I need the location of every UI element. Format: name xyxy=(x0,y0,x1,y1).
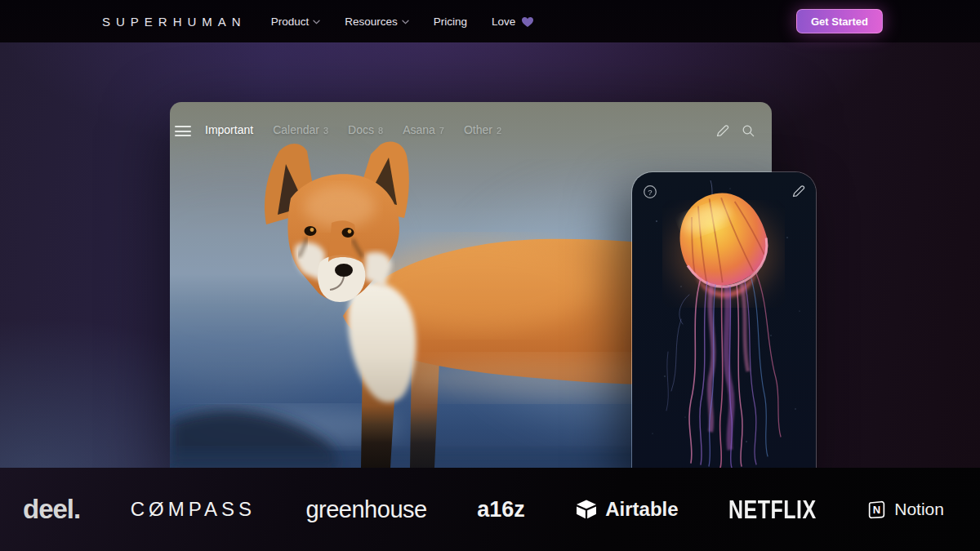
tab-label: Other xyxy=(464,123,492,136)
jellyfish-photo xyxy=(632,172,817,468)
tab-count: 8 xyxy=(378,126,383,136)
chevron-down-icon xyxy=(402,20,409,24)
nav-item-pricing[interactable]: Pricing xyxy=(434,16,467,28)
tab-asana[interactable]: Asana 7 xyxy=(403,123,444,136)
customer-logo-bar: deel. CØMPASS greenhouse a16z Airtable N… xyxy=(0,468,980,551)
tab-other[interactable]: Other 2 xyxy=(464,123,501,136)
compass-logo: CØMPASS xyxy=(131,498,256,521)
phone-mockup: ? xyxy=(631,171,817,468)
nav-item-label: Product xyxy=(271,16,310,28)
tab-important[interactable]: Important xyxy=(205,123,253,136)
top-nav: SUPERHUMAN Product Resources Pricing Lov… xyxy=(0,0,980,42)
airtable-cube-icon xyxy=(575,500,598,519)
app-tab-bar: Important Calendar 3 Docs 8 Asana 7 xyxy=(170,102,772,159)
tab-label: Important xyxy=(205,123,253,136)
netflix-logo: NETFLIX xyxy=(728,498,817,522)
compose-pencil-icon[interactable] xyxy=(791,184,805,202)
svg-text:N: N xyxy=(873,504,880,516)
tab-label: Docs xyxy=(348,123,374,136)
purple-heart-icon xyxy=(521,16,534,28)
compose-pencil-icon[interactable] xyxy=(715,124,729,141)
nav-item-label: Resources xyxy=(345,16,398,28)
search-icon[interactable] xyxy=(742,124,755,141)
app-actions xyxy=(715,124,755,141)
svg-text:?: ? xyxy=(648,188,652,197)
tab-docs[interactable]: Docs 8 xyxy=(348,123,383,136)
nav-item-love[interactable]: Love xyxy=(492,16,534,28)
phone-top-bar: ? xyxy=(643,184,805,202)
tab-count: 3 xyxy=(323,126,328,136)
nav-item-label: Love xyxy=(492,16,515,28)
hamburger-menu-icon[interactable] xyxy=(175,126,191,136)
tab-count: 7 xyxy=(439,126,444,136)
notion-n-icon: N xyxy=(866,500,887,520)
nav-item-label: Pricing xyxy=(434,16,467,28)
tab-calendar[interactable]: Calendar 3 xyxy=(273,123,328,136)
nav-item-product[interactable]: Product xyxy=(271,16,321,28)
greenhouse-logo: greenhouse xyxy=(305,496,426,523)
tab-count: 2 xyxy=(497,126,501,136)
airtable-logo: Airtable xyxy=(575,498,678,521)
get-started-button[interactable]: Get Started xyxy=(796,9,883,33)
deel-logo: deel. xyxy=(23,494,80,525)
help-icon[interactable]: ? xyxy=(643,184,657,202)
superhuman-homepage: SUPERHUMAN Product Resources Pricing Lov… xyxy=(0,0,980,551)
nav-links: Product Resources Pricing Love xyxy=(271,16,535,28)
hero-section: Important Calendar 3 Docs 8 Asana 7 xyxy=(0,42,980,468)
chevron-down-icon xyxy=(313,20,320,24)
nav-item-resources[interactable]: Resources xyxy=(345,16,409,28)
tab-label: Calendar xyxy=(273,123,319,136)
inbox-tabs: Important Calendar 3 Docs 8 Asana 7 xyxy=(205,123,501,136)
tab-label: Asana xyxy=(403,123,435,136)
superhuman-logo[interactable]: SUPERHUMAN xyxy=(102,15,247,29)
notion-logo: N Notion xyxy=(866,500,944,520)
a16z-logo: a16z xyxy=(477,497,525,522)
